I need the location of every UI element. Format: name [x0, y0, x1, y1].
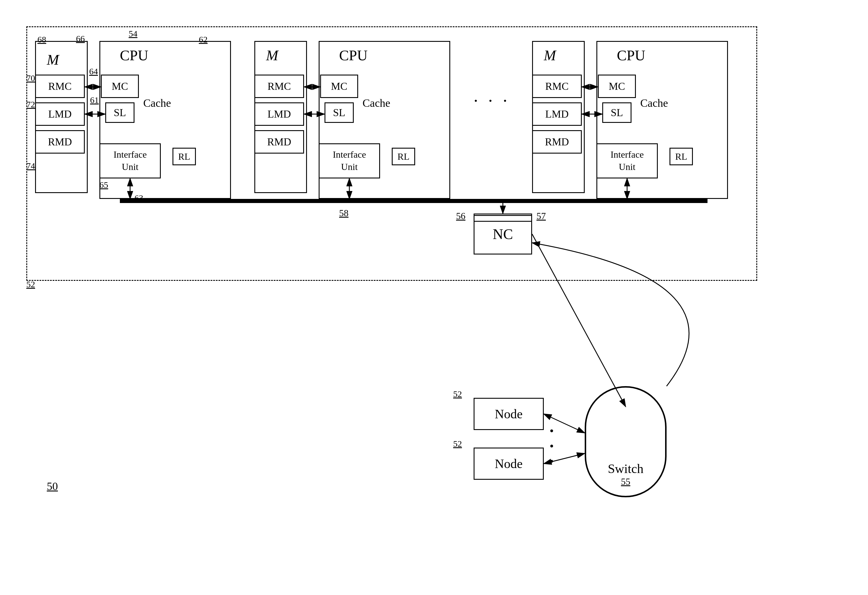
cpu-title-3: CPU	[617, 47, 645, 64]
nc-line-2	[474, 221, 531, 222]
interface-box-2: InterfaceUnit	[319, 144, 380, 178]
switch-ref-55: 55	[621, 476, 630, 487]
interface-label-3: InterfaceUnit	[610, 149, 644, 173]
dots-switch: • • •	[550, 424, 555, 468]
interface-box-1: InterfaceUnit	[99, 144, 161, 178]
bottom-node-1-label: Node	[495, 407, 523, 422]
cpu-title-2: CPU	[339, 47, 368, 64]
bottom-node-2-label: Node	[495, 456, 523, 471]
mc-box-1: MC	[101, 75, 139, 98]
m-label-1: M	[47, 51, 59, 68]
nc-box: NC	[474, 213, 532, 255]
mc-box-3: MC	[598, 75, 636, 98]
bus-line	[120, 199, 707, 203]
cache-label-2: Cache	[363, 96, 390, 110]
switch-box: Switch 55	[585, 386, 667, 497]
rmd-box-1: RMD	[35, 130, 85, 154]
cpu-title-1: CPU	[120, 47, 148, 64]
rl-box-1: RL	[173, 148, 196, 165]
diagram-container: 52 68 M 66 54 70 72 74 64 61 62 65 63 RM…	[18, 18, 850, 591]
interface-label-2: InterfaceUnit	[333, 149, 366, 173]
bottom-node-2: Node	[474, 448, 544, 480]
switch-label: Switch	[608, 461, 644, 476]
label-74: 74	[26, 161, 35, 171]
rmc-box-1: RMC	[35, 75, 85, 98]
label-70: 70	[26, 73, 35, 83]
rl-box-3: RL	[670, 148, 693, 165]
label-66: 66	[76, 34, 85, 44]
label-52-bot1: 52	[453, 389, 462, 399]
rmc-box-2: RMC	[254, 75, 304, 98]
label-50: 50	[47, 480, 58, 493]
rl-box-2: RL	[392, 148, 415, 165]
label-61: 61	[90, 95, 99, 105]
cache-label-3: Cache	[640, 96, 668, 110]
sl-box-2: SL	[325, 102, 354, 123]
lmd-box-1: LMD	[35, 102, 85, 126]
label-52-bot2: 52	[453, 439, 462, 449]
label-54: 54	[128, 29, 137, 38]
label-56: 56	[456, 211, 465, 221]
sl-box-3: SL	[602, 102, 632, 123]
interface-box-3: InterfaceUnit	[596, 144, 658, 178]
mc-box-2: MC	[320, 75, 358, 98]
label-58: 58	[339, 208, 348, 219]
lmd-box-2: LMD	[254, 102, 304, 126]
m-label-3: M	[544, 47, 556, 64]
cache-label-1: Cache	[143, 96, 171, 110]
label-72: 72	[26, 99, 35, 110]
label-52-main: 52	[26, 279, 35, 289]
nc-label: NC	[493, 225, 513, 243]
rmd-box-2: RMD	[254, 130, 304, 154]
interface-label-1: InterfaceUnit	[114, 149, 147, 173]
dots-middle: · · ·	[474, 91, 510, 111]
bottom-node-1: Node	[474, 398, 544, 430]
label-64: 64	[89, 67, 98, 76]
lmd-box-3: LMD	[532, 102, 582, 126]
sl-box-1: SL	[105, 102, 134, 123]
rmd-box-3: RMD	[532, 130, 582, 154]
m-label-2: M	[266, 47, 278, 64]
rmc-box-3: RMC	[532, 75, 582, 98]
nc-line-1	[474, 215, 531, 216]
label-57: 57	[536, 211, 546, 221]
